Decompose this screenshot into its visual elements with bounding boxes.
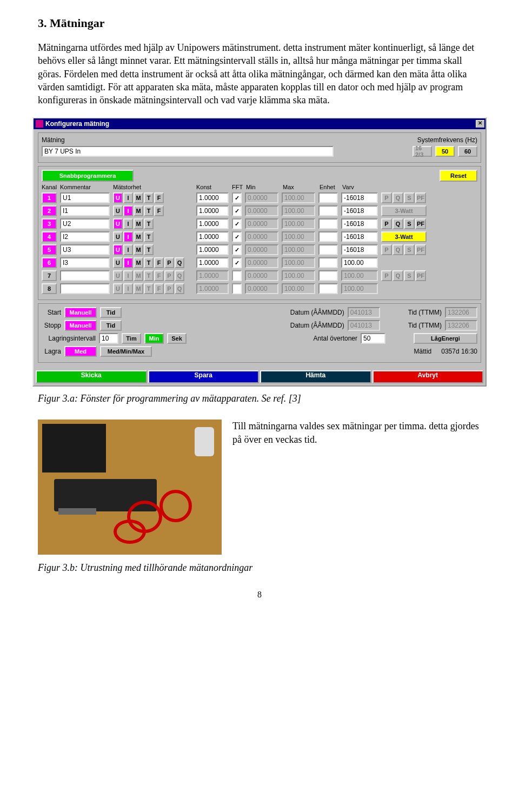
matstorhet-btn[interactable]: M	[134, 244, 143, 255]
matstorhet-btn[interactable]: F	[154, 205, 164, 216]
lagrint-input[interactable]	[99, 333, 118, 344]
kanal-btn[interactable]: 5	[42, 244, 57, 255]
matning-input[interactable]	[42, 146, 334, 157]
stopp-manuell[interactable]: Manuell	[64, 320, 97, 331]
matstorhet-btn[interactable]: Q	[175, 257, 184, 268]
matstorhet-btn[interactable]: M	[134, 192, 143, 203]
kommentar-input[interactable]	[60, 205, 110, 216]
fft-checkbox[interactable]	[232, 270, 242, 281]
varv-input[interactable]	[341, 218, 378, 229]
konst-input[interactable]	[196, 205, 229, 216]
matstorhet-btn[interactable]: I	[123, 231, 133, 242]
fft-checkbox[interactable]: ✓	[232, 244, 242, 255]
kommentar-input[interactable]	[60, 244, 110, 255]
start-tid[interactable]: Tid	[100, 307, 122, 318]
matstorhet-btn[interactable]: T	[144, 192, 154, 203]
matstorhet-btn[interactable]: U	[113, 231, 123, 242]
matstorhet-btn[interactable]: U	[113, 218, 123, 229]
matstorhet-btn[interactable]: T	[144, 244, 154, 255]
matstorhet-btn[interactable]: U	[113, 257, 123, 268]
enhet-input[interactable]	[318, 283, 338, 294]
konst-input[interactable]	[196, 257, 229, 268]
matstorhet-btn[interactable]: F	[154, 270, 164, 281]
kanal-btn[interactable]: 6	[42, 257, 57, 268]
matstorhet-btn[interactable]: Q	[175, 270, 184, 281]
lagenergi-btn[interactable]: LågEnergi	[414, 333, 477, 344]
pq-btn[interactable]: S	[404, 270, 415, 281]
tim-btn[interactable]: Tim	[122, 333, 141, 344]
matstorhet-btn[interactable]: T	[144, 231, 154, 242]
hamta-button[interactable]: Hämta	[260, 370, 371, 383]
pq-btn[interactable]: S	[404, 192, 415, 203]
varv-input[interactable]	[341, 231, 378, 242]
konst-input[interactable]	[196, 244, 229, 255]
avbryt-button[interactable]: Avbryt	[372, 370, 484, 383]
matstorhet-btn[interactable]: U	[113, 192, 123, 203]
enhet-input[interactable]	[318, 218, 338, 229]
matstorhet-btn[interactable]: I	[123, 218, 133, 229]
matstorhet-btn[interactable]: I	[123, 270, 133, 281]
enhet-input[interactable]	[318, 257, 338, 268]
mmx-btn[interactable]: Med/Min/Max	[100, 346, 152, 357]
pq-btn[interactable]: Q	[392, 244, 403, 255]
skicka-button[interactable]: Skicka	[36, 370, 147, 383]
pq-btn[interactable]: S	[404, 244, 415, 255]
pq-btn[interactable]: S	[404, 218, 415, 229]
matstorhet-btn[interactable]: P	[164, 283, 174, 294]
enhet-input[interactable]	[318, 270, 338, 281]
antal-input[interactable]	[361, 333, 385, 344]
fft-checkbox[interactable]: ✓	[232, 231, 242, 242]
snabb-button[interactable]: Snabbprogrammera	[42, 170, 134, 182]
enhet-input[interactable]	[318, 192, 338, 203]
kanal-btn[interactable]: 2	[42, 205, 57, 216]
fft-checkbox[interactable]: ✓	[232, 192, 242, 203]
kanal-btn[interactable]: 7	[42, 270, 57, 281]
pq-btn[interactable]: PF	[415, 192, 426, 203]
matstorhet-btn[interactable]: U	[113, 283, 123, 294]
med-btn[interactable]: Med	[64, 346, 97, 357]
matstorhet-btn[interactable]: M	[134, 257, 143, 268]
pq-btn[interactable]: Q	[392, 192, 403, 203]
kommentar-input[interactable]	[60, 283, 110, 294]
matstorhet-btn[interactable]: U	[113, 270, 123, 281]
fft-checkbox[interactable]	[232, 283, 242, 294]
kommentar-input[interactable]	[60, 231, 110, 242]
matstorhet-btn[interactable]: T	[144, 257, 154, 268]
enhet-input[interactable]	[318, 231, 338, 242]
kommentar-input[interactable]	[60, 218, 110, 229]
matstorhet-btn[interactable]: F	[154, 257, 164, 268]
pq-3watt[interactable]: 3-Watt	[381, 205, 427, 216]
matstorhet-btn[interactable]: I	[123, 257, 133, 268]
matstorhet-btn[interactable]: U	[113, 244, 123, 255]
fft-checkbox[interactable]: ✓	[232, 257, 242, 268]
pq-btn[interactable]: P	[381, 218, 392, 229]
enhet-input[interactable]	[318, 244, 338, 255]
pq-btn[interactable]: PF	[415, 218, 426, 229]
pq-btn[interactable]: P	[381, 270, 392, 281]
kanal-btn[interactable]: 8	[42, 283, 57, 294]
dialog-titlebar[interactable]: Konfigurera mätning ✕	[34, 118, 485, 129]
kommentar-input[interactable]	[60, 257, 110, 268]
pq-btn[interactable]: P	[381, 244, 392, 255]
fft-checkbox[interactable]: ✓	[232, 218, 242, 229]
konst-input[interactable]	[196, 192, 229, 203]
konst-input[interactable]	[196, 231, 229, 242]
freq-btn-2[interactable]: 50	[435, 146, 455, 157]
freq-btn-3[interactable]: 60	[458, 146, 477, 157]
pq-btn[interactable]: Q	[392, 270, 403, 281]
matstorhet-btn[interactable]: I	[123, 192, 133, 203]
enhet-input[interactable]	[318, 205, 338, 216]
konst-input[interactable]	[196, 218, 229, 229]
pq-3watt[interactable]: 3-Watt	[381, 231, 427, 242]
matstorhet-btn[interactable]: P	[164, 257, 174, 268]
reset-button[interactable]: Reset	[440, 170, 477, 182]
pq-btn[interactable]: PF	[415, 270, 426, 281]
kanal-btn[interactable]: 3	[42, 218, 57, 229]
kommentar-input[interactable]	[60, 192, 110, 203]
matstorhet-btn[interactable]: M	[134, 283, 143, 294]
pq-btn[interactable]: PF	[415, 244, 426, 255]
matstorhet-btn[interactable]: Q	[175, 283, 184, 294]
matstorhet-btn[interactable]: T	[144, 218, 154, 229]
pq-btn[interactable]: Q	[392, 218, 403, 229]
varv-input[interactable]	[341, 257, 378, 268]
